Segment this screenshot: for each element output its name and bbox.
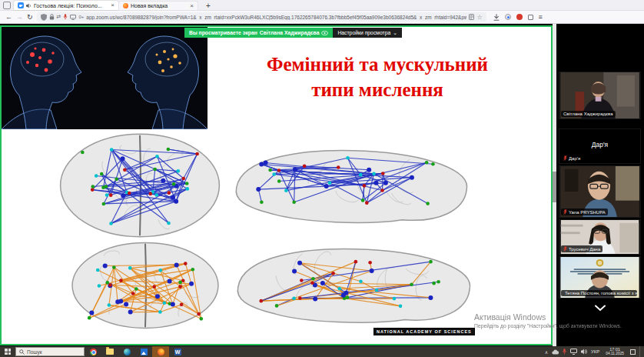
toolbar-icons: ≡ (493, 13, 543, 21)
scrollbar-thumb[interactable] (553, 172, 556, 202)
participant-display-name: Дар'я (559, 141, 640, 148)
participants-expand-button[interactable] (592, 302, 609, 313)
slide-stamp: NATIONAL ACADEMY OF SCIENCES (373, 328, 475, 335)
view-settings-button[interactable]: Настройки просмотра ⌄ (333, 28, 402, 38)
scrollbar-track[interactable] (553, 24, 556, 346)
slide-title-line2: типи мислення (206, 78, 549, 103)
downloads-icon[interactable] (493, 14, 500, 21)
bookmark-star-icon[interactable]: ☆ (476, 14, 482, 21)
participant-name-label: Тетяна Постоян, голова комісії з як... (561, 290, 637, 296)
shared-screen-slide: Фемінний та мускульний типи мислення NAT… (0, 25, 553, 345)
windows-taskbar: Пошук W ∧ УКР 17:01 04.11.2025 (0, 346, 644, 357)
windows-logo-icon (5, 349, 11, 355)
tray-expand-icon[interactable]: ∧ (545, 349, 548, 355)
tab-title: Новая вкладка (131, 3, 188, 8)
zoom-favicon-icon (18, 2, 24, 8)
tab-audio-icon[interactable] (26, 3, 32, 8)
url-text: app.zoom.us/wc/87089882879/join?fromPWA=… (86, 15, 466, 20)
reload-button[interactable]: ↻ (27, 14, 33, 21)
page-content: Фемінний та мускульний типи мислення NAT… (0, 24, 644, 346)
brain-network-axial-orange (68, 240, 223, 331)
network-icon[interactable] (570, 349, 577, 355)
taskbar-photos-icon[interactable] (135, 346, 152, 357)
menu-icon[interactable]: ≡ (539, 13, 543, 21)
volume-icon[interactable] (581, 349, 587, 355)
participant-video-1[interactable]: Світлана Хаджирадєва (559, 72, 641, 119)
chevron-down-icon: ⌄ (393, 30, 397, 36)
chevron-down-icon (594, 305, 606, 312)
taskbar-edge-icon[interactable] (118, 346, 135, 357)
participant-video-3[interactable]: Yana PRYSHUPA (559, 165, 641, 218)
tab-title: Гостьова лекція: Психоло... (34, 3, 108, 8)
tab-close-icon[interactable]: × (111, 2, 115, 8)
mic-in-use-icon[interactable] (563, 349, 566, 355)
slide-title-line1: Фемінний та мускульний (206, 52, 549, 78)
onedrive-icon[interactable] (552, 349, 559, 355)
permission-badge: 0+ (78, 15, 84, 19)
browser-toolbar: ← → ↻ ⇄ 0+ app.zoom.us/wc/87089882879/jo… (0, 11, 644, 24)
extension-icon[interactable] (505, 14, 511, 20)
banner-text: Вы просматриваете экран Світлана Хаджира… (184, 28, 333, 38)
action-center-icon[interactable] (630, 349, 636, 355)
participant-name-label: Yana PRYSHUPA (561, 209, 608, 215)
slide-title: Фемінний та мускульний типи мислення (206, 52, 549, 102)
language-indicator[interactable]: УКР (591, 349, 599, 354)
taskbar-clock[interactable]: 17:01 04.11.2025 (603, 347, 626, 356)
participant-name-label: Дар'я (561, 155, 583, 162)
reader-mode-icon[interactable] (469, 14, 474, 20)
address-bar[interactable]: ⇄ 0+ app.zoom.us/wc/87089882879/join?fro… (37, 12, 486, 22)
search-icon (19, 349, 25, 355)
participant-video-4[interactable]: Трусевич Дана (559, 219, 641, 255)
taskbar-search[interactable]: Пошук (15, 347, 85, 356)
participant-video-2[interactable]: Дар'я Дар'я (559, 128, 641, 164)
lock-icon[interactable] (49, 14, 55, 20)
brain-network-axial-blue (55, 131, 224, 240)
muted-mic-icon (563, 209, 567, 215)
page-actions-icon[interactable] (528, 15, 533, 20)
brain-network-sagittal-blue (229, 146, 476, 226)
firefox-view-icon[interactable] (3, 2, 11, 9)
sync-tabs-icon[interactable]: ⇄ (57, 14, 61, 20)
adblock-extension-icon[interactable] (516, 14, 523, 20)
tab-close-icon[interactable]: × (190, 3, 194, 9)
forward-button[interactable]: → (16, 14, 23, 21)
participants-sidebar: Світлана Хаджирадєва Дар'я Дар'я (558, 24, 644, 346)
participant-name-label: Світлана Хаджирадєва (561, 111, 616, 117)
start-button[interactable] (0, 346, 15, 357)
brain-heads-image (2, 27, 207, 129)
shield-icon[interactable] (41, 14, 47, 21)
muted-mic-icon (563, 155, 567, 161)
show-desktop-button[interactable] (639, 346, 642, 357)
brain-network-sagittal-orange (231, 245, 480, 326)
new-tab-favicon-icon (123, 3, 128, 8)
eye-icon (321, 31, 328, 35)
zoom-share-banner: Вы просматриваете экран Світлана Хаджира… (184, 28, 402, 38)
search-placeholder: Пошук (27, 349, 42, 355)
screen: Гостьова лекція: Психоло... × Новая вкла… (0, 0, 644, 357)
taskbar-chrome-icon[interactable] (85, 346, 101, 357)
screen-share-permission-icon[interactable] (70, 15, 76, 20)
clock-date: 04.11.2025 (606, 352, 624, 356)
system-tray: ∧ УКР 17:01 04.11.2025 (545, 346, 644, 357)
taskbar-firefox-active-icon[interactable] (152, 346, 169, 357)
participant-name-label: Трусевич Дана (561, 245, 603, 252)
muted-mic-icon (563, 246, 567, 252)
tab-zoom-lecture[interactable]: Гостьова лекція: Психоло... × (14, 1, 118, 10)
taskbar-file-explorer-icon[interactable] (101, 346, 118, 357)
tab-new-tab[interactable]: Новая вкладка × (118, 1, 198, 10)
new-tab-button[interactable]: + (203, 2, 214, 10)
participant-video-5[interactable]: Тетяна Постоян, голова комісії з як... (559, 256, 641, 299)
mic-permission-icon[interactable] (63, 14, 68, 20)
back-button[interactable]: ← (5, 14, 12, 21)
taskbar-word-icon[interactable]: W (169, 346, 186, 357)
browser-tab-bar: Гостьова лекція: Психоло... × Новая вкла… (0, 0, 644, 11)
